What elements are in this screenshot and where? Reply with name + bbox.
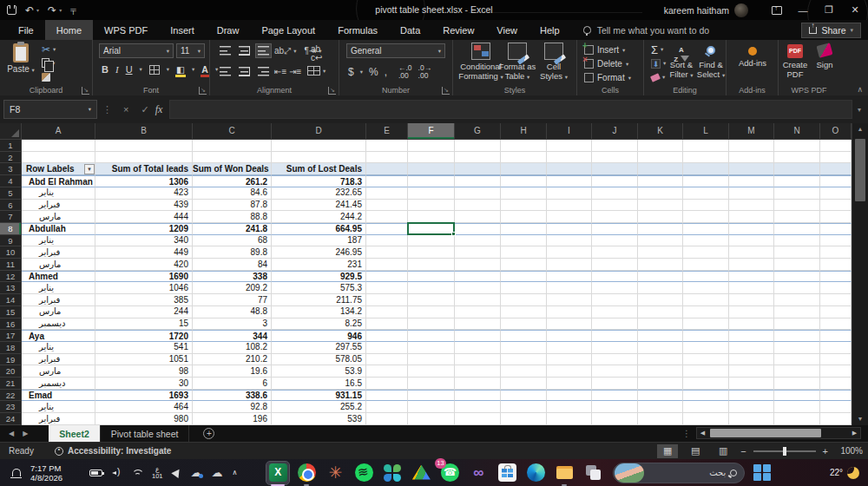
cell-G18[interactable] [455, 342, 501, 354]
cell-styles-button[interactable]: CellStyles ▾ [529, 43, 578, 82]
cell-E3[interactable] [366, 163, 408, 175]
cell-L13[interactable] [683, 282, 729, 294]
cell-D24[interactable]: 539 [272, 413, 366, 425]
underline-button[interactable]: U [126, 64, 133, 75]
decrease-indent-icon[interactable]: ⇤≡ [274, 68, 286, 76]
row-header-6[interactable]: 6 [0, 200, 22, 212]
cell-D10[interactable]: 246.95 [272, 246, 366, 259]
cell-J20[interactable] [592, 365, 638, 378]
cell-F1[interactable] [408, 140, 455, 152]
cell-O15[interactable] [820, 306, 852, 319]
cell-E18[interactable] [366, 342, 408, 354]
row-header-5[interactable]: 5 [0, 187, 22, 200]
cell-L11[interactable] [683, 259, 729, 271]
cell-B10[interactable]: 449 [95, 246, 193, 259]
cell-I9[interactable] [547, 235, 592, 247]
cell-D19[interactable]: 578.05 [272, 354, 366, 366]
cell-D5[interactable]: 232.65 [272, 187, 366, 200]
cell-D22[interactable]: 931.15 [272, 390, 366, 402]
zoom-out-icon[interactable]: − [740, 446, 746, 456]
cell-D2[interactable] [272, 152, 366, 164]
cell-N24[interactable] [774, 413, 820, 425]
cell-A19[interactable]: فبراير [22, 354, 95, 366]
row-header-20[interactable]: 20 [0, 365, 22, 378]
cell-A6[interactable]: فبراير [22, 200, 95, 212]
cell-M18[interactable] [729, 342, 774, 354]
cell-B20[interactable]: 98 [95, 365, 193, 378]
cell-D15[interactable]: 134.2 [272, 306, 366, 319]
cell-B11[interactable]: 420 [95, 259, 193, 271]
cell-E19[interactable] [366, 354, 408, 366]
column-header-H[interactable]: H [501, 123, 547, 140]
cell-B6[interactable]: 439 [95, 200, 193, 212]
cell-N19[interactable] [774, 354, 820, 366]
cell-B19[interactable]: 1051 [95, 354, 193, 366]
cell-C15[interactable]: 48.8 [193, 306, 272, 319]
cell-O1[interactable] [820, 140, 852, 152]
column-header-A[interactable]: A [22, 123, 95, 140]
cell-J17[interactable] [592, 330, 638, 342]
cell-C7[interactable]: 88.8 [193, 211, 272, 223]
cell-H1[interactable] [501, 140, 547, 152]
cell-N3[interactable] [774, 163, 820, 175]
ribbon-tab-file[interactable]: File [7, 20, 45, 40]
delete-cells-button[interactable]: Delete▾ [584, 57, 628, 70]
cell-J7[interactable] [592, 211, 638, 223]
cell-E23[interactable] [366, 401, 408, 413]
cell-L5[interactable] [683, 187, 729, 200]
cell-F6[interactable] [408, 200, 455, 212]
cell-J24[interactable] [592, 413, 638, 425]
cell-M12[interactable] [729, 271, 774, 283]
taskbar-app-file-explorer[interactable] [553, 462, 575, 484]
column-header-O[interactable]: O [820, 123, 852, 140]
notification-bell-icon[interactable] [12, 469, 21, 476]
tray-overflow-chevron-icon[interactable]: ∧ [233, 469, 238, 476]
minimize-button[interactable]: — [790, 0, 816, 20]
cell-F4[interactable] [408, 175, 455, 187]
ribbon-tab-page-layout[interactable]: Page Layout [250, 20, 326, 40]
column-header-G[interactable]: G [455, 123, 501, 140]
cell-N21[interactable] [774, 378, 820, 390]
start-button[interactable] [753, 464, 771, 482]
row-header-3[interactable]: 3 [0, 163, 22, 175]
cell-M17[interactable] [729, 330, 774, 342]
cell-H6[interactable] [501, 200, 547, 212]
cell-B14[interactable]: 385 [95, 294, 193, 306]
cell-G4[interactable] [455, 175, 501, 187]
name-box[interactable]: F8 ▾ [3, 100, 97, 119]
merge-center-caret-icon[interactable]: ▾ [323, 68, 326, 75]
cell-K7[interactable] [638, 211, 683, 223]
cell-H12[interactable] [501, 271, 547, 283]
zoom-level[interactable]: 100% [835, 446, 863, 456]
cell-I8[interactable] [547, 223, 592, 235]
cell-O23[interactable] [820, 401, 852, 413]
cell-K22[interactable] [638, 390, 683, 402]
cell-N1[interactable] [774, 140, 820, 152]
row-header-21[interactable]: 21 [0, 378, 22, 390]
cell-L16[interactable] [683, 319, 729, 331]
cell-O10[interactable] [820, 246, 852, 259]
cell-G15[interactable] [455, 306, 501, 319]
cell-N18[interactable] [774, 342, 820, 354]
cell-J23[interactable] [592, 401, 638, 413]
taskbar-app-whatsapp[interactable]: 13☎ [438, 462, 461, 484]
cell-B24[interactable]: 980 [95, 413, 193, 425]
cell-D8[interactable]: 664.95 [272, 223, 366, 235]
cell-H21[interactable] [501, 378, 547, 390]
cancel-entry-icon[interactable]: × [123, 104, 128, 115]
cell-H11[interactable] [501, 259, 547, 271]
cell-K21[interactable] [638, 378, 683, 390]
cell-F2[interactable] [408, 152, 455, 164]
cell-C13[interactable]: 209.2 [193, 282, 272, 294]
cell-E16[interactable] [366, 319, 408, 331]
cell-O21[interactable] [820, 378, 852, 390]
cell-N15[interactable] [774, 306, 820, 319]
cell-B18[interactable]: 541 [95, 342, 193, 354]
cell-L7[interactable] [683, 211, 729, 223]
cell-B3[interactable]: Sum of Total leads [95, 163, 193, 175]
sheet-tab-sheet2[interactable]: Sheet2 [49, 425, 100, 442]
cell-E11[interactable] [366, 259, 408, 271]
cell-N4[interactable] [774, 175, 820, 187]
cell-H19[interactable] [501, 354, 547, 366]
row-header-2[interactable]: 2 [0, 152, 22, 164]
